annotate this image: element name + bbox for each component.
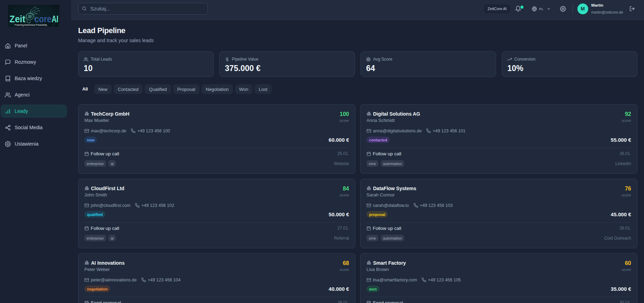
svg-text:Powering Autonmous Productivit: Powering Autonmous Productivity.: [15, 24, 47, 26]
svg-text:core: core: [35, 14, 52, 24]
svg-text:AI: AI: [52, 14, 59, 24]
svg-text:Zeit: Zeit: [9, 14, 25, 24]
